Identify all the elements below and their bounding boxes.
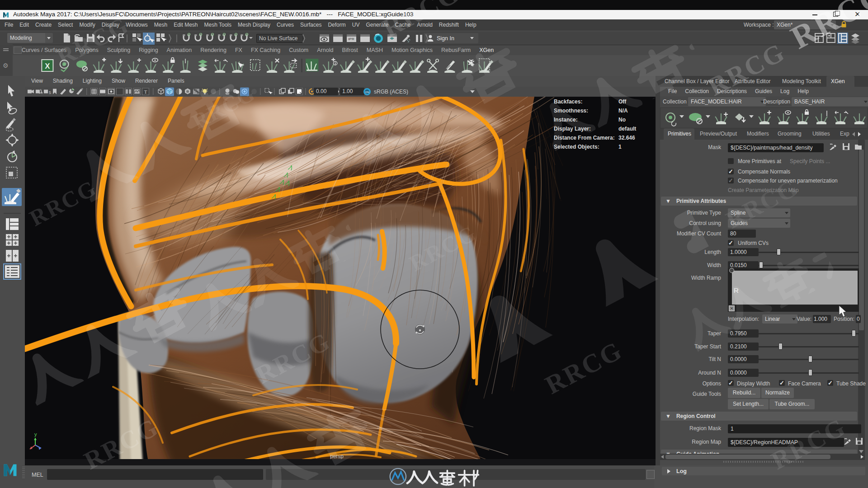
svg-text:Display Layer:: Display Layer: [554,126,591,132]
svg-text:1: 1 [618,144,622,150]
svg-text:Selected Objects:: Selected Objects: [554,144,599,150]
svg-text:Backfaces:: Backfaces: [554,99,582,105]
svg-text:Off: Off [618,99,627,105]
svg-text:T: T [144,89,147,94]
svg-text:Smoothness:: Smoothness: [554,108,588,114]
svg-text:32.646: 32.646 [618,135,635,141]
svg-text:ON: ON [365,91,369,94]
svg-text:y: y [34,432,37,437]
svg-text:No: No [618,117,626,123]
svg-text:X: X [45,62,50,70]
svg-text:Distance From Camera:: Distance From Camera: [554,135,615,141]
svg-text:persp: persp [330,453,344,460]
svg-text:Instance:: Instance: [554,117,578,123]
svg-text:N/A: N/A [618,108,628,114]
svg-text:5: 5 [49,90,51,95]
svg-text:default: default [618,126,636,132]
